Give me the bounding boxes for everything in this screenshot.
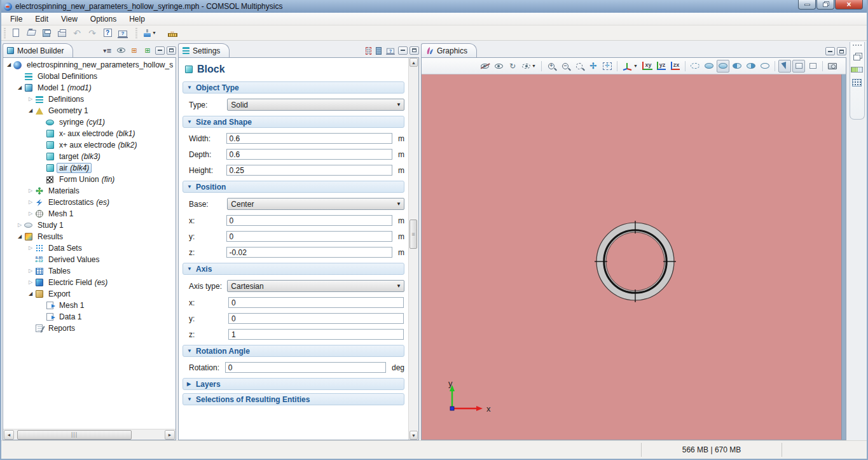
section-header-object-type[interactable]: Object Type xyxy=(183,81,404,94)
restore-windows-icon[interactable] xyxy=(853,55,860,60)
print-button[interactable] xyxy=(55,27,69,39)
help-button[interactable]: ? xyxy=(100,27,114,39)
tree-item[interactable]: Model 1(mod1) xyxy=(3,82,176,94)
section-header-position[interactable]: Position xyxy=(183,181,404,193)
tree-item[interactable]: electrospinning_new_parameters_hollow_s xyxy=(3,59,176,71)
zoom-out-button[interactable]: − xyxy=(559,60,572,73)
scroll-right-icon[interactable]: ► xyxy=(165,430,175,440)
tree-filter-icon[interactable]: ▾≣ xyxy=(102,45,113,55)
tree-item[interactable]: Global Definitions xyxy=(3,71,176,82)
reset-view-button[interactable]: ↻ xyxy=(506,60,519,73)
minimize-panel-button[interactable] xyxy=(398,46,408,55)
dock-grip[interactable] xyxy=(852,44,862,46)
menu-options[interactable]: Options xyxy=(84,13,123,25)
expander-icon[interactable] xyxy=(16,82,24,94)
maximize-panel-button[interactable] xyxy=(837,47,846,55)
section-header-selections[interactable]: Selections of Resulting Entities xyxy=(183,393,404,405)
graphics-canvas[interactable]: y x xyxy=(422,74,846,440)
zoom-to-selection-button[interactable]: ✛ xyxy=(601,60,614,73)
menu-view[interactable]: View xyxy=(55,13,84,25)
tree-item[interactable]: Tables xyxy=(3,265,176,277)
tree-item[interactable]: Mesh 1 xyxy=(3,300,176,311)
expander-icon[interactable] xyxy=(27,208,34,220)
tree-item[interactable]: Data 1 xyxy=(3,311,176,323)
scroll-down-icon[interactable]: ▼ xyxy=(410,431,418,440)
scene-light-button[interactable] xyxy=(689,60,701,73)
scroll-up-icon[interactable]: ▲ xyxy=(410,58,418,67)
hide-objects-button[interactable] xyxy=(478,60,491,73)
tree-item[interactable]: Materials xyxy=(3,185,176,197)
xy-view-button[interactable]: xy xyxy=(641,60,654,73)
zoom-in-button[interactable]: + xyxy=(545,60,558,73)
tree-item[interactable]: x- aux electrode(blk1) xyxy=(3,128,176,139)
horizontal-scrollbar[interactable]: ◄ ||| ► xyxy=(3,429,176,440)
measure-button[interactable]: ↔ xyxy=(165,27,179,39)
axis-z-input[interactable] xyxy=(228,329,404,340)
axis-y-input[interactable] xyxy=(228,313,404,324)
expander-icon[interactable] xyxy=(16,231,24,242)
tree-item[interactable]: Export xyxy=(3,288,176,300)
tab-settings[interactable]: Settings xyxy=(178,43,230,57)
expand-tree-icon[interactable]: ⊞ xyxy=(128,45,140,55)
expander-icon[interactable] xyxy=(16,220,24,231)
width-input[interactable] xyxy=(226,133,392,144)
select-wireframe-button[interactable] xyxy=(806,60,819,73)
menu-help[interactable]: Help xyxy=(123,13,151,25)
hollow-cylinder-geometry[interactable] xyxy=(592,218,679,305)
tree-item[interactable]: Mesh 1 xyxy=(3,208,176,220)
expander-icon[interactable] xyxy=(27,185,34,197)
tree-item[interactable]: Definitions xyxy=(3,94,176,105)
tab-graphics[interactable]: Graphics xyxy=(421,43,477,57)
section-header-size-and-shape[interactable]: Size and Shape xyxy=(183,116,404,128)
restore-button[interactable] xyxy=(816,0,834,10)
open-button[interactable] xyxy=(24,27,38,39)
tree-item-selected[interactable]: air(blk4) xyxy=(3,162,176,174)
scroll-left-icon[interactable]: ◄ xyxy=(4,430,14,440)
section-header-axis[interactable]: Axis xyxy=(183,263,404,275)
position-y-input[interactable] xyxy=(226,231,392,242)
front-render-button[interactable] xyxy=(731,60,743,73)
maximize-panel-button[interactable] xyxy=(410,46,419,55)
snapshot-button[interactable] xyxy=(826,60,839,73)
collapse-tree-icon[interactable]: ⊞ xyxy=(142,45,153,55)
expander-icon[interactable] xyxy=(27,94,34,105)
tree-item[interactable]: Reports xyxy=(3,323,176,334)
expander-icon[interactable] xyxy=(5,59,13,71)
new-button[interactable] xyxy=(9,27,23,39)
back-render-button[interactable] xyxy=(745,60,757,73)
maximize-panel-button[interactable] xyxy=(167,46,176,55)
tree-item[interactable]: Geometry 1 xyxy=(3,105,176,116)
redo-button[interactable]: ↷ xyxy=(85,27,99,39)
close-button[interactable]: × xyxy=(835,0,863,10)
expander-icon[interactable] xyxy=(27,105,34,116)
expander-icon[interactable] xyxy=(27,242,34,254)
scrollbar-thumb[interactable]: ||| xyxy=(17,430,132,440)
menu-edit[interactable]: Edit xyxy=(29,13,55,25)
show-hide-contents-icon[interactable] xyxy=(115,45,127,55)
tree-item[interactable]: target(blk3) xyxy=(3,151,176,162)
surface-render-button[interactable] xyxy=(717,60,729,73)
position-x-input[interactable] xyxy=(226,215,392,226)
zoom-box-button[interactable] xyxy=(573,60,586,73)
expander-icon[interactable] xyxy=(27,277,34,288)
depth-input[interactable] xyxy=(226,149,392,160)
vertical-scrollbar[interactable]: ▲ ≡ ▼ xyxy=(408,58,418,440)
minimize-panel-button[interactable] xyxy=(825,47,835,55)
scrollbar-thumb[interactable]: ≡ xyxy=(410,220,417,249)
documentation-button[interactable]: ? xyxy=(116,27,130,39)
section-header-layers[interactable]: Layers xyxy=(183,378,404,390)
tree-item[interactable]: Derived Values xyxy=(3,254,176,265)
expander-icon[interactable] xyxy=(27,265,34,277)
expander-icon[interactable] xyxy=(27,197,34,208)
tree-item[interactable]: Data Sets xyxy=(3,242,176,254)
show-objects-button[interactable] xyxy=(492,60,505,73)
tree-item[interactable]: Results xyxy=(3,231,176,242)
yz-view-button[interactable]: yz xyxy=(655,60,668,73)
zoom-extents-button[interactable]: ✢ xyxy=(587,60,600,73)
tree-item[interactable]: Electrostatics(es) xyxy=(3,197,176,208)
tree-item[interactable]: syringe(cyl1) xyxy=(3,116,176,128)
axis-x-input[interactable] xyxy=(228,297,404,308)
tree-item[interactable]: Electric Field(es) xyxy=(3,277,176,288)
build-all-button[interactable] xyxy=(375,46,383,55)
section-header-rotation-angle[interactable]: Rotation Angle xyxy=(183,345,404,357)
